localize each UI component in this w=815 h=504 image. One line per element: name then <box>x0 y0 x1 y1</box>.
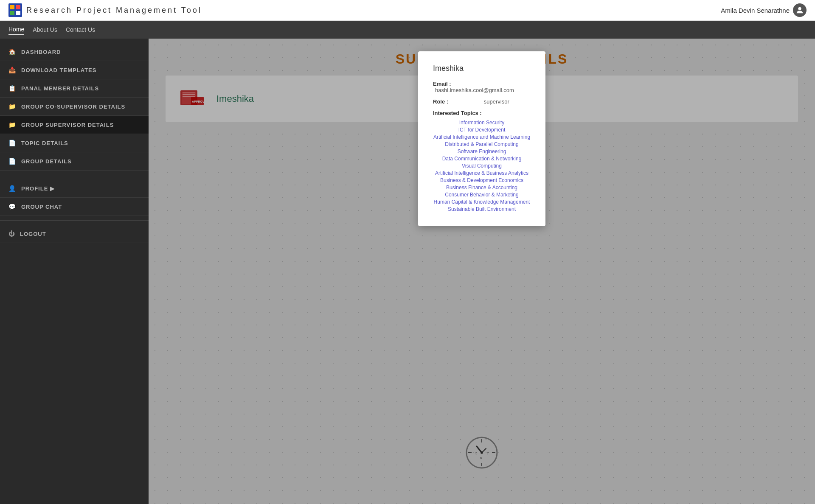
topic-item: Sustainable Built Environment <box>433 206 531 212</box>
dashboard-icon: 🏠 <box>8 48 16 55</box>
sidebar-item-supervisor[interactable]: 📁 GROUP SUPERVISOR DETAILS <box>0 116 149 134</box>
topic-item: Visual Computing <box>433 163 531 169</box>
topic-item: Human Capital & Knowledge Management <box>433 199 531 205</box>
main-layout: 🏠 DASHBOARD 📥 DOWNLOAD TEMPLATES 📋 PANAL… <box>0 39 815 504</box>
topic-item: Artificial Intelligence and Machine Lear… <box>433 134 531 140</box>
sidebar-label-group: GROUP DETAILS <box>21 158 72 165</box>
nav-bar: Home About Us Contact Us <box>0 21 815 39</box>
download-icon: 📥 <box>8 67 16 73</box>
sidebar-label-chat: GROUP CHAT <box>21 204 62 210</box>
topic-item: Business & Development Economics <box>433 177 531 183</box>
sidebar-label-profile: PROFILE ▶ <box>21 185 55 192</box>
sidebar-item-dashboard[interactable]: 🏠 DASHBOARD <box>0 43 149 61</box>
modal-email-value: hashi.imeshika.cool@gmail.com <box>435 87 514 93</box>
content-area: SUPERVISOR DETAILS APPROVED Imesh <box>149 39 815 504</box>
sidebar-item-topic[interactable]: 📄 TOPIC DETAILS <box>0 134 149 152</box>
topic-item: Artificial Intelligence & Business Analy… <box>433 170 531 176</box>
nav-contact[interactable]: Contact Us <box>66 25 95 35</box>
topic-icon: 📄 <box>8 140 16 146</box>
modal-role-value: supervisor <box>484 98 509 105</box>
topic-item: Information Security <box>433 120 531 126</box>
co-supervisor-icon: 📁 <box>8 103 16 110</box>
sidebar: 🏠 DASHBOARD 📥 DOWNLOAD TEMPLATES 📋 PANAL… <box>0 39 149 504</box>
svg-rect-1 <box>10 5 14 9</box>
sidebar-label-dashboard: DASHBOARD <box>21 49 61 55</box>
profile-icon: 👤 <box>8 185 16 192</box>
logo-area: Research Project Management Tool <box>8 3 202 17</box>
topic-item: Consumer Behavior & Marketing <box>433 192 531 198</box>
sidebar-label-supervisor: GROUP SUPERVISOR DETAILS <box>21 122 114 128</box>
svg-rect-4 <box>16 11 20 15</box>
username-label: Amila Devin Senarathne <box>721 7 790 14</box>
topic-item: Software Engineering <box>433 148 531 154</box>
sidebar-item-panel-member[interactable]: 📋 PANAL MEMBER DETAILS <box>0 79 149 98</box>
supervisor-icon: 📁 <box>8 121 16 128</box>
modal-role-field: Role : supervisor <box>433 98 531 105</box>
top-header: Research Project Management Tool Amila D… <box>0 0 815 21</box>
sidebar-divider-1 <box>0 175 149 175</box>
topic-item: Business Finance & Accounting <box>433 185 531 190</box>
modal-title: Imeshika <box>433 64 531 73</box>
app-title: Research Project Management Tool <box>26 6 202 15</box>
sidebar-item-logout[interactable]: ⏻ LOGOUT <box>0 225 149 243</box>
user-avatar-icon[interactable] <box>793 3 807 17</box>
svg-rect-2 <box>16 5 20 9</box>
group-icon: 📄 <box>8 158 16 165</box>
user-area: Amila Devin Senarathne <box>721 3 807 17</box>
app-logo-icon <box>8 3 22 17</box>
panel-icon: 📋 <box>8 85 16 92</box>
modal-role-label: Role : <box>433 98 448 105</box>
topic-item: Distributed & Parallel Computing <box>433 141 531 147</box>
logout-icon: ⏻ <box>8 230 15 237</box>
topic-item: ICT for Development <box>433 127 531 133</box>
modal-overlay[interactable]: Imeshika Email : hashi.imeshika.cool@gma… <box>149 39 815 504</box>
modal-email-field: Email : hashi.imeshika.cool@gmail.com <box>433 81 531 93</box>
sidebar-label-topic: TOPIC DETAILS <box>21 140 68 146</box>
svg-rect-3 <box>10 11 14 15</box>
modal-email-label: Email : <box>433 81 451 87</box>
sidebar-label-logout: LOGOUT <box>20 231 46 237</box>
sidebar-label-co-supervisor: GROUP CO-SUPERVISOR DETAILS <box>21 104 125 110</box>
sidebar-divider-2 <box>0 220 149 221</box>
sidebar-label-panel: PANAL MEMBER DETAILS <box>21 85 99 92</box>
sidebar-label-download: DOWNLOAD TEMPLATES <box>21 67 96 73</box>
nav-about[interactable]: About Us <box>33 25 57 35</box>
svg-point-5 <box>798 7 801 10</box>
sidebar-item-profile[interactable]: 👤 PROFILE ▶ <box>0 179 149 198</box>
sidebar-item-group[interactable]: 📄 GROUP DETAILS <box>0 152 149 171</box>
sidebar-item-co-supervisor[interactable]: 📁 GROUP CO-SUPERVISOR DETAILS <box>0 98 149 116</box>
sidebar-item-download-templates[interactable]: 📥 DOWNLOAD TEMPLATES <box>0 61 149 79</box>
modal-topics-label: Interested Topics : <box>433 110 531 116</box>
nav-home[interactable]: Home <box>8 24 24 35</box>
topic-item: Data Communication & Networking <box>433 156 531 162</box>
chat-icon: 💬 <box>8 203 16 210</box>
topics-list: Information SecurityICT for DevelopmentA… <box>433 120 531 212</box>
sidebar-item-group-chat[interactable]: 💬 GROUP CHAT <box>0 198 149 216</box>
supervisor-detail-modal: Imeshika Email : hashi.imeshika.cool@gma… <box>418 51 545 226</box>
